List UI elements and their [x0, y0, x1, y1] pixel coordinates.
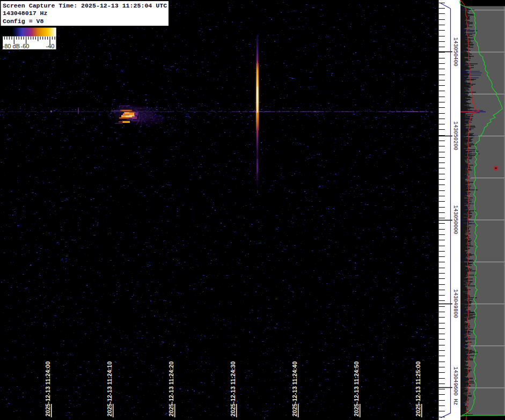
svg-text:2025-12-13 11:24:10: 2025-12-13 11:24:10	[106, 362, 113, 417]
svg-text:2025-12-13 11:24:20: 2025-12-13 11:24:20	[168, 362, 174, 417]
svg-text:143049600 Hz: 143049600 Hz	[452, 366, 458, 405]
svg-text:143050400: 143050400	[452, 37, 458, 66]
svg-text:143050000: 143050000	[452, 205, 458, 234]
svg-text:Config = V8: Config = V8	[3, 18, 44, 25]
svg-text:143049800: 143049800	[452, 289, 458, 318]
svg-text:-60: -60	[21, 43, 30, 49]
svg-text:Screen Capture Time: 2025-12-1: Screen Capture Time: 2025-12-13 11:25:04…	[3, 2, 167, 9]
svg-text:2025-12-13 11:24:40: 2025-12-13 11:24:40	[291, 362, 298, 417]
svg-text:143050200: 143050200	[452, 121, 458, 150]
svg-text:-40: -40	[46, 43, 55, 49]
svg-text:-80 dB: -80 dB	[3, 43, 20, 49]
svg-text:2025-12-13 11:24:00: 2025-12-13 11:24:00	[45, 362, 51, 417]
svg-text:143048017 Hz: 143048017 Hz	[3, 10, 48, 17]
svg-text:2025-12-13 11:24:30: 2025-12-13 11:24:30	[230, 362, 236, 417]
svg-text:2025-12-13 11:25:00: 2025-12-13 11:25:00	[415, 362, 421, 417]
svg-text:2025-12-13 11:24:50: 2025-12-13 11:24:50	[353, 362, 360, 417]
